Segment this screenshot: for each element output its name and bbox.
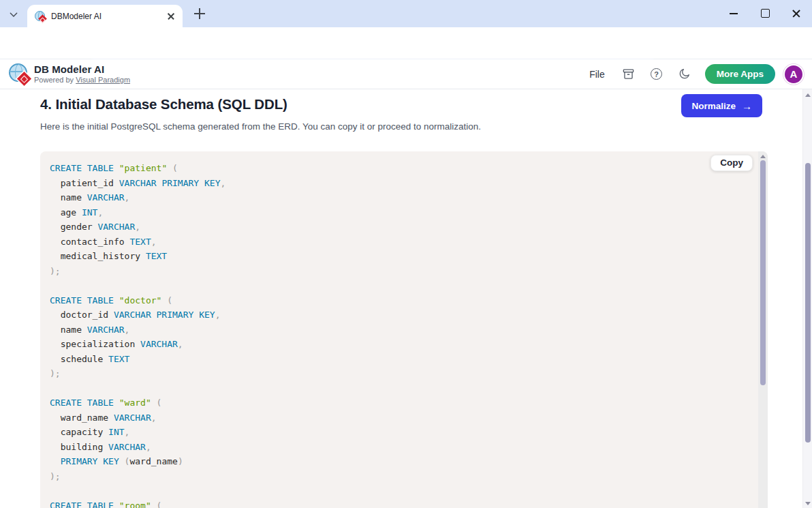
code-line: ); <box>50 366 745 381</box>
maximize-button[interactable] <box>749 0 781 23</box>
tab-search-button[interactable] <box>5 6 22 23</box>
page-subtitle: Here is the initial PostgreSQL schema ge… <box>40 121 481 132</box>
code-line: ); <box>50 264 745 279</box>
code-line: name VARCHAR, <box>50 190 745 205</box>
code-line: CREATE TABLE "room" ( <box>50 498 745 508</box>
code-line <box>50 483 745 498</box>
window-controls <box>718 0 812 25</box>
right-arrow-icon: → <box>742 100 752 112</box>
new-tab-button[interactable] <box>192 6 207 21</box>
code-line: capacity INT, <box>50 425 745 440</box>
app-header: DB Modeler AI Powered by Visual Paradigm… <box>0 59 812 89</box>
code-line: PRIMARY KEY (ward_name) <box>50 454 745 469</box>
page-scroll-down-icon[interactable] <box>805 502 811 505</box>
code-line: specialization VARCHAR, <box>50 337 745 352</box>
app-name: DB Modeler AI <box>34 63 130 75</box>
copy-button[interactable]: Copy <box>710 155 753 171</box>
app-logo-icon[interactable] <box>9 63 30 85</box>
page-scrollbar-thumb[interactable] <box>805 163 811 443</box>
code-line: CREATE TABLE "ward" ( <box>50 395 745 410</box>
code-line: CREATE TABLE "doctor" ( <box>50 293 745 308</box>
code-line: doctor_id VARCHAR PRIMARY KEY, <box>50 308 745 323</box>
dark-mode-toggle[interactable] <box>677 67 692 82</box>
browser-tab-strip: DBModeler AI <box>0 0 812 27</box>
tab-close-icon[interactable] <box>166 11 176 22</box>
browser-tab[interactable]: DBModeler AI <box>27 5 183 27</box>
code-block: CREATE TABLE "patient" ( patient_id VARC… <box>40 151 758 508</box>
code-line: ward_name VARCHAR, <box>50 410 745 425</box>
powered-by: Powered by Visual Paradigm <box>34 76 130 84</box>
minimize-button[interactable] <box>718 0 749 23</box>
code-line: ); <box>50 469 745 484</box>
sql-code-panel: CREATE TABLE "patient" ( patient_id VARC… <box>40 151 768 508</box>
help-icon: ? <box>651 68 662 80</box>
code-line: name VARCHAR, <box>50 323 745 338</box>
vp-favicon-icon <box>35 11 46 22</box>
code-line: building VARCHAR, <box>50 440 745 455</box>
page-title: 4. Initial Database Schema (SQL DDL) <box>40 96 287 113</box>
tab-title: DBModeler AI <box>51 12 166 21</box>
close-window-button[interactable] <box>781 0 812 23</box>
scroll-up-arrow-icon[interactable] <box>760 155 766 158</box>
code-line <box>50 278 745 293</box>
code-line: gender VARCHAR, <box>50 220 745 235</box>
code-scrollbar-thumb[interactable] <box>760 160 766 385</box>
code-line <box>50 381 745 396</box>
chevron-down-icon <box>9 10 18 19</box>
user-avatar[interactable]: A <box>783 64 804 85</box>
save-project-button[interactable] <box>621 67 636 82</box>
file-menu[interactable]: File <box>585 69 609 80</box>
code-line: medical_history TEXT <box>50 249 745 264</box>
more-apps-button[interactable]: More Apps <box>705 64 775 84</box>
code-line: schedule TEXT <box>50 352 745 367</box>
archive-icon <box>622 68 635 80</box>
moon-icon <box>678 68 691 80</box>
normalize-button[interactable]: Normalize → <box>681 94 762 117</box>
code-scroll-area[interactable]: CREATE TABLE "patient" ( patient_id VARC… <box>40 151 758 508</box>
code-line: contact_info TEXT, <box>50 235 745 250</box>
code-scrollbar[interactable] <box>758 151 768 508</box>
visual-paradigm-link[interactable]: Visual Paradigm <box>76 76 130 84</box>
browser-toolbar: ai-toolbox.visual-paradigm.com/app/dbmod… <box>0 27 812 59</box>
page-scroll-up-icon[interactable] <box>805 93 811 97</box>
page-scrollbar[interactable] <box>802 89 812 508</box>
code-line: patient_id VARCHAR PRIMARY KEY, <box>50 176 745 191</box>
code-line: CREATE TABLE "patient" ( <box>50 161 745 176</box>
help-button[interactable]: ? <box>649 67 664 82</box>
code-line: age INT, <box>50 205 745 220</box>
